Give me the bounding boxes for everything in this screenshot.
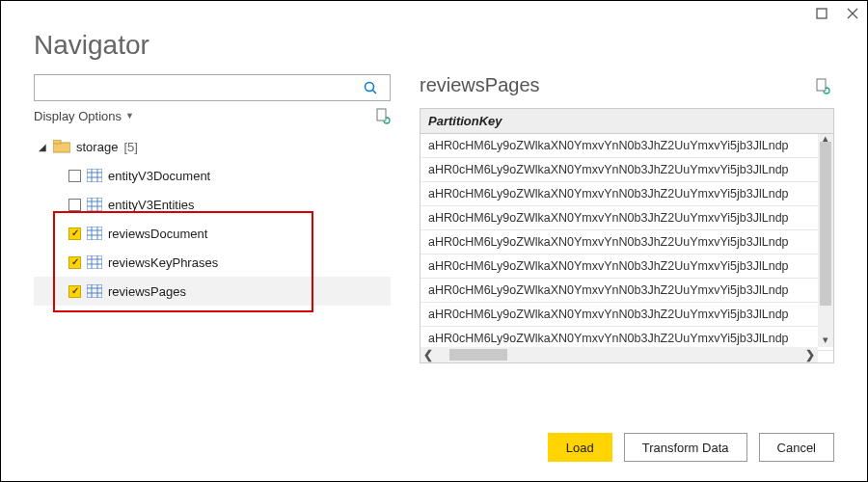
scroll-thumb[interactable] [820, 142, 831, 306]
vertical-scrollbar[interactable]: ▴ ▾ [818, 134, 833, 347]
preview-header: reviewsPages [420, 74, 834, 96]
checkbox[interactable]: ✓ [68, 285, 81, 298]
svg-rect-24 [87, 255, 102, 269]
preview-panel: reviewsPages PartitionKey aHR0cHM6Ly9oZW… [420, 74, 834, 412]
search-input[interactable] [35, 81, 363, 95]
svg-line-4 [372, 90, 376, 94]
table-icon [87, 284, 102, 298]
column-header[interactable]: PartitionKey [420, 109, 833, 134]
transform-data-button[interactable]: Transform Data [624, 433, 747, 462]
svg-rect-8 [53, 140, 61, 144]
table-icon [87, 227, 102, 240]
scroll-right-icon[interactable]: ❯ [802, 347, 818, 362]
svg-rect-5 [377, 109, 386, 120]
preview-grid: PartitionKey aHR0cHM6Ly9oZWlkaXN0YmxvYnN… [420, 108, 834, 363]
dialog-body: Display Options ▼ ◢ storage [5] [1, 74, 867, 419]
tree-item-label: reviewsDocument [108, 227, 207, 241]
tree-item[interactable]: ✓ reviewsDocument [34, 219, 391, 248]
left-panel: Display Options ▼ ◢ storage [5] [34, 74, 391, 412]
dialog-title: Navigator [1, 26, 867, 74]
display-options-label: Display Options [34, 109, 122, 123]
table-icon [87, 169, 102, 182]
load-button[interactable]: Load [548, 433, 612, 462]
scroll-thumb[interactable] [449, 349, 507, 361]
window-chrome [1, 1, 867, 26]
tree-item[interactable]: entityV3Entities [34, 190, 391, 219]
table-row[interactable]: aHR0cHM6Ly9oZWlkaXN0YmxvYnN0b3JhZ2UuYmxv… [420, 206, 833, 230]
table-row[interactable]: aHR0cHM6Ly9oZWlkaXN0YmxvYnN0b3JhZ2UuYmxv… [420, 279, 833, 303]
object-tree: ◢ storage [5] entityV3Document entityV3E… [34, 132, 391, 412]
table-row[interactable]: aHR0cHM6Ly9oZWlkaXN0YmxvYnN0b3JhZ2UuYmxv… [420, 303, 833, 327]
svg-rect-29 [87, 284, 102, 298]
checkbox[interactable] [68, 170, 81, 182]
table-icon [87, 198, 102, 211]
close-icon[interactable] [846, 7, 859, 20]
scroll-left-icon[interactable]: ❮ [420, 347, 436, 362]
tree-item-label: reviewsKeyPhrases [108, 255, 218, 270]
tree-item[interactable]: ✓ reviewsKeyPhrases [34, 248, 391, 277]
table-row[interactable]: aHR0cHM6Ly9oZWlkaXN0YmxvYnN0b3JhZ2UuYmxv… [420, 254, 833, 279]
checkbox[interactable]: ✓ [68, 228, 81, 240]
left-toolbar: Display Options ▼ [34, 107, 391, 124]
table-row[interactable]: aHR0cHM6Ly9oZWlkaXN0YmxvYnN0b3JhZ2UuYmxv… [420, 230, 833, 254]
display-options-menu[interactable]: Display Options ▼ [34, 109, 134, 123]
table-row[interactable]: aHR0cHM6Ly9oZWlkaXN0YmxvYnN0b3JhZ2UuYmxv… [420, 158, 833, 182]
grid-body: aHR0cHM6Ly9oZWlkaXN0YmxvYnN0b3JhZ2UuYmxv… [420, 134, 833, 362]
svg-point-3 [366, 83, 374, 92]
dialog-footer: Load Transform Data Cancel [1, 419, 867, 481]
svg-rect-14 [87, 198, 102, 211]
refresh-preview-icon[interactable] [815, 77, 830, 94]
navigator-dialog: Navigator Display Options ▼ ◢ [0, 0, 868, 482]
tree-root-count: [5] [123, 140, 137, 154]
refresh-icon[interactable] [375, 107, 391, 124]
tree-root-storage[interactable]: ◢ storage [5] [34, 132, 391, 161]
search-icon[interactable] [363, 80, 390, 95]
tree-item-label: entityV3Document [108, 169, 210, 183]
table-row[interactable]: aHR0cHM6Ly9oZWlkaXN0YmxvYnN0b3JhZ2UuYmxv… [420, 134, 833, 158]
horizontal-scrollbar[interactable]: ❮ ❯ [420, 347, 818, 362]
chevron-down-icon: ▼ [125, 111, 134, 120]
search-box [34, 74, 391, 101]
table-icon [87, 255, 102, 269]
tree-item-label: reviewsPages [108, 284, 186, 299]
checkbox[interactable] [68, 199, 81, 211]
folder-icon [53, 140, 70, 153]
maximize-icon[interactable] [815, 7, 828, 20]
tree-root-label: storage [76, 140, 118, 154]
cancel-button[interactable]: Cancel [759, 433, 834, 462]
checkbox[interactable]: ✓ [68, 256, 81, 269]
svg-rect-34 [817, 79, 826, 91]
svg-rect-19 [87, 227, 102, 240]
tree-item-label: entityV3Entities [108, 198, 195, 212]
caret-down-icon[interactable]: ◢ [38, 142, 47, 152]
tree-item[interactable]: entityV3Document [34, 161, 391, 190]
tree-item[interactable]: ✓ reviewsPages [34, 277, 391, 306]
svg-rect-9 [87, 169, 102, 182]
preview-title: reviewsPages [420, 74, 540, 96]
table-row[interactable]: aHR0cHM6Ly9oZWlkaXN0YmxvYnN0b3JhZ2UuYmxv… [420, 182, 833, 206]
svg-rect-0 [817, 9, 827, 18]
scroll-down-icon[interactable]: ▾ [818, 332, 833, 347]
